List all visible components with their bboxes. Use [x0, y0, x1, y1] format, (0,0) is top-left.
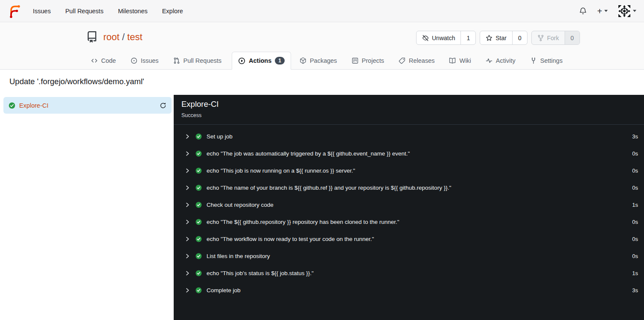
step-duration: 0s [632, 236, 638, 242]
chevron-right-icon[interactable] [185, 168, 191, 173]
steps-list: Set up job 3s echo "The job was automati… [174, 125, 644, 299]
step-duration: 1s [632, 270, 638, 276]
check-circle-icon [195, 133, 202, 140]
chevron-right-icon[interactable] [185, 134, 191, 139]
create-new-button[interactable]: + [597, 7, 608, 15]
step-row[interactable]: Check out repository code 1s [174, 196, 644, 213]
step-name: List files in the repository [207, 253, 270, 259]
step-duration: 0s [632, 167, 638, 174]
job-status: Success [181, 112, 636, 118]
tab-code[interactable]: Code [87, 52, 120, 70]
repo-title: root/test [86, 31, 143, 43]
pull-request-icon [173, 57, 180, 64]
check-circle-icon [195, 270, 202, 276]
step-duration: 0s [632, 150, 638, 157]
tab-settings[interactable]: Settings [526, 52, 567, 70]
chevron-right-icon[interactable] [185, 270, 191, 276]
sidebar-job-explore-ci[interactable]: Explore-CI [3, 97, 172, 114]
repo-name-link[interactable]: test [127, 32, 142, 42]
step-name: Complete job [207, 287, 241, 294]
step-name: echo "The ${{ github.repository }} repos… [207, 219, 399, 225]
star-button-group: Star 0 [480, 31, 527, 45]
repo-icon [86, 31, 98, 43]
tag-icon [399, 57, 405, 64]
step-row[interactable]: echo "The ${{ github.repository }} repos… [174, 213, 644, 230]
step-duration: 3s [632, 287, 638, 294]
step-name: echo "This job is now running on a ${{ r… [207, 167, 355, 174]
fork-count[interactable]: 0 [565, 31, 580, 44]
step-row[interactable]: List files in the repository 0s [174, 247, 644, 264]
repo-owner-link[interactable]: root [103, 32, 119, 42]
nav-item-milestones[interactable]: Milestones [118, 8, 147, 15]
step-row[interactable]: Complete job 3s [174, 282, 644, 299]
avatar [618, 5, 631, 18]
star-count[interactable]: 0 [512, 31, 527, 44]
book-open-icon [449, 57, 456, 64]
tab-issues[interactable]: Issues [126, 52, 163, 70]
check-circle-icon [195, 287, 202, 294]
tab-activity[interactable]: Activity [481, 52, 520, 70]
step-name: echo "The workflow is now ready to test … [207, 236, 374, 242]
tools-icon [530, 57, 537, 64]
watch-button-group: Unwatch 1 [416, 31, 476, 45]
nav-item-pull-requests[interactable]: Pull Requests [65, 8, 103, 15]
check-circle-icon [9, 102, 15, 109]
step-row[interactable]: echo "This job is now running on a ${{ r… [174, 162, 644, 179]
fork-button[interactable]: Fork [532, 31, 565, 44]
chevron-right-icon[interactable] [185, 185, 191, 191]
check-circle-icon [195, 167, 202, 174]
code-icon [91, 57, 98, 64]
step-name: echo "The job was automatically triggere… [207, 150, 410, 157]
fork-icon [537, 35, 544, 41]
tab-projects[interactable]: Projects [347, 52, 388, 70]
notifications-button[interactable] [579, 7, 587, 15]
forgejo-logo-icon[interactable] [8, 4, 21, 18]
unwatch-label: Unwatch [432, 35, 455, 41]
chevron-right-icon[interactable] [185, 151, 191, 156]
unwatch-button[interactable]: Unwatch [417, 31, 460, 44]
star-button[interactable]: Star [480, 31, 512, 44]
tab-wiki[interactable]: Wiki [445, 52, 475, 70]
nav-item-explore[interactable]: Explore [162, 8, 183, 15]
job-panel-header: Explore-CI Success [174, 95, 644, 125]
chevron-right-icon[interactable] [185, 236, 191, 242]
fork-button-group: Fork 0 [531, 31, 580, 45]
job-title: Explore-CI [181, 100, 636, 109]
fork-label: Fork [547, 35, 559, 41]
tab-actions[interactable]: Actions 1 [232, 52, 291, 70]
pulse-icon [486, 57, 492, 64]
tab-pull-requests[interactable]: Pull Requests [169, 52, 226, 70]
chevron-right-icon[interactable] [185, 288, 191, 293]
step-row[interactable]: echo "This job's status is ${{ job.statu… [174, 264, 644, 282]
check-circle-icon [195, 185, 202, 191]
step-row[interactable]: echo "The name of your branch is ${{ git… [174, 179, 644, 196]
chevron-right-icon[interactable] [185, 219, 191, 225]
bell-icon [579, 7, 587, 15]
step-duration: 3s [632, 133, 638, 140]
sidebar-job-name: Explore-CI [19, 102, 49, 109]
chevron-right-icon[interactable] [185, 253, 191, 259]
nav-item-issues[interactable]: Issues [33, 8, 51, 15]
step-duration: 1s [632, 202, 638, 208]
star-label: Star [495, 35, 507, 41]
actions-count-badge: 1 [275, 57, 285, 65]
step-row[interactable]: Set up job 3s [174, 128, 644, 145]
chevron-right-icon[interactable] [185, 202, 191, 208]
repo-header: root/test Unwatch 1 [0, 22, 644, 70]
eye-slash-icon [422, 35, 429, 41]
repo-tabbar: Code Issues Pull Requests Actions 1 [87, 51, 560, 70]
refresh-icon[interactable] [160, 102, 166, 109]
step-row[interactable]: echo "The job was automatically triggere… [174, 145, 644, 162]
star-icon [486, 35, 492, 41]
top-navbar: Issues Pull Requests Milestones Explore … [0, 0, 644, 22]
user-menu-button[interactable] [618, 5, 636, 18]
caret-down-icon [604, 10, 608, 12]
watch-count[interactable]: 1 [460, 31, 475, 44]
tab-releases[interactable]: Releases [394, 52, 439, 70]
project-board-icon [352, 57, 358, 64]
tab-packages[interactable]: Packages [295, 52, 341, 70]
check-circle-icon [195, 150, 202, 157]
issue-opened-icon [131, 57, 137, 64]
step-row[interactable]: echo "The workflow is now ready to test … [174, 230, 644, 247]
job-log-panel: Explore-CI Success Set up job 3s [174, 95, 644, 320]
